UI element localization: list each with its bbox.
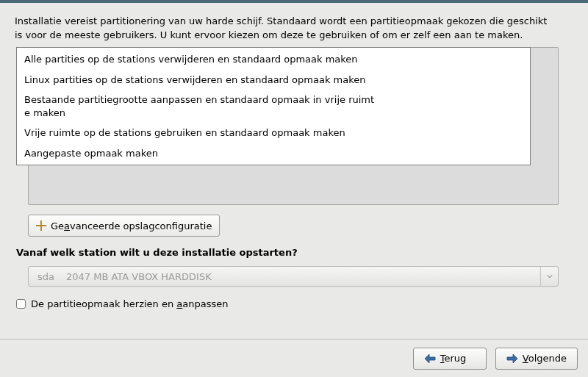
next-button-label: Volgende [523, 353, 567, 364]
plus-icon [36, 220, 46, 231]
advanced-storage-button[interactable]: Geavanceerde opslagconfiguratie [28, 215, 220, 237]
partition-option[interactable]: Vrije ruimte op de stations gebruiken en… [17, 123, 530, 143]
chevron-down-icon [540, 267, 558, 286]
partition-option[interactable]: Linux partities op de stations verwijder… [17, 70, 530, 90]
partition-option[interactable]: Alle partities op de stations verwijdere… [17, 49, 530, 70]
intro-line-1: Installatie vereist partitionering van u… [15, 15, 547, 26]
back-button[interactable]: Terug [413, 348, 487, 370]
boot-drive-dev: sda [37, 271, 54, 282]
partition-option[interactable]: Aangepaste opmaak maken [17, 143, 530, 164]
boot-drive-desc: 2047 MB ATA VBOX HARDDISK [66, 271, 212, 282]
back-button-label: Terug [440, 353, 467, 364]
next-button[interactable]: Volgende [495, 348, 578, 370]
arrow-right-icon [506, 353, 518, 364]
intro-line-2: is voor de meeste gebruikers. U kunt erv… [15, 29, 523, 40]
partition-scheme-dropdown[interactable]: Alle partities op de stations verwijdere… [16, 47, 531, 165]
review-layout-label: De partitieopmaak herzien en aanpassen [31, 298, 229, 309]
boot-drive-question: Vanaf welk station wilt u deze installat… [16, 247, 298, 258]
arrow-left-icon [424, 353, 436, 364]
footer: Terug Volgende [0, 339, 588, 377]
intro-text: Installatie vereist partitionering van u… [15, 15, 573, 43]
review-layout-checkbox[interactable] [16, 299, 26, 309]
boot-drive-select[interactable]: sda 2047 MB ATA VBOX HARDDISK [28, 266, 559, 287]
review-layout-row: De partitieopmaak herzien en aanpassen [16, 298, 229, 309]
main-area: Installatie vereist partitionering van u… [0, 3, 588, 339]
partition-option[interactable]: Bestaande partitiegrootte aanpassen en s… [17, 90, 530, 123]
advanced-storage-label: Geavanceerde opslagconfiguratie [51, 220, 212, 231]
